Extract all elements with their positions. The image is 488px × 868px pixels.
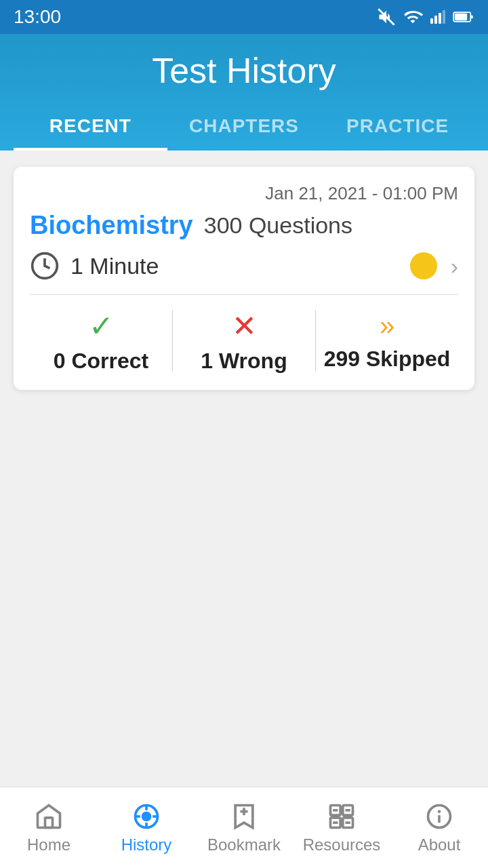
skip-icon: » [380, 311, 394, 341]
mute-icon [377, 7, 396, 26]
nav-resources[interactable]: Resources [293, 802, 390, 854]
svg-rect-1 [430, 18, 433, 24]
signal-icon [430, 7, 446, 26]
tab-practice[interactable]: PRACTICE [321, 104, 474, 151]
card-divider [30, 294, 458, 295]
card-subject: Biochemistry 300 Questions [30, 211, 458, 240]
svg-rect-7 [470, 16, 472, 19]
clock-icon [30, 251, 60, 281]
page-title: Test History [152, 50, 336, 91]
tab-chapters[interactable]: CHAPTERS [167, 104, 321, 151]
svg-rect-4 [443, 10, 445, 24]
status-dot [410, 252, 437, 279]
svg-rect-6 [455, 14, 467, 20]
svg-rect-9 [45, 817, 53, 827]
content-area: Jan 21, 2021 - 01:00 PM Biochemistry 300… [0, 151, 488, 787]
correct-label: 0 Correct [54, 349, 149, 374]
status-time: 13:00 [14, 6, 61, 28]
history-card[interactable]: Jan 21, 2021 - 01:00 PM Biochemistry 300… [14, 167, 474, 390]
svg-rect-3 [439, 13, 441, 24]
cross-icon: ✕ [232, 309, 257, 343]
tab-bar: RECENT CHAPTERS PRACTICE [14, 104, 474, 151]
nav-history-label: History [121, 835, 172, 854]
svg-point-28 [439, 810, 440, 812]
nav-home[interactable]: Home [0, 802, 98, 854]
nav-home-label: Home [27, 835, 70, 854]
nav-bookmark[interactable]: Bookmark [195, 802, 293, 854]
stat-correct: ✓ 0 Correct [30, 309, 172, 374]
nav-about[interactable]: About [390, 802, 488, 854]
chevron-right-icon: › [451, 253, 458, 279]
nav-resources-label: Resources [303, 835, 381, 854]
bookmark-icon [229, 802, 259, 831]
card-time-row: 1 Minute › [30, 251, 458, 281]
status-icons [377, 7, 474, 26]
nav-bookmark-label: Bookmark [207, 835, 281, 854]
card-right: › [410, 252, 458, 279]
stat-skipped: » 299 Skipped [316, 311, 458, 372]
wifi-icon [403, 7, 423, 26]
status-bar: 13:00 [0, 0, 488, 34]
tab-recent[interactable]: RECENT [14, 104, 167, 151]
stat-wrong: ✕ 1 Wrong [173, 309, 315, 374]
about-icon [424, 802, 454, 831]
history-icon [131, 802, 161, 831]
home-icon [34, 802, 64, 831]
card-time: 1 Minute [30, 251, 159, 281]
stats-row: ✓ 0 Correct ✕ 1 Wrong » 299 Skipped [30, 309, 458, 374]
checkmark-icon: ✓ [89, 309, 114, 343]
skipped-label: 299 Skipped [324, 347, 451, 372]
bottom-nav: Home History Bookmark [0, 787, 488, 868]
card-date: Jan 21, 2021 - 01:00 PM [30, 183, 458, 204]
header: Test History RECENT CHAPTERS PRACTICE [0, 34, 488, 151]
subject-name: Biochemistry [30, 211, 193, 240]
svg-point-11 [143, 812, 150, 820]
nav-about-label: About [418, 835, 461, 854]
wrong-label: 1 Wrong [201, 349, 287, 374]
resources-icon [327, 802, 357, 831]
subject-questions: 300 Questions [204, 212, 352, 239]
nav-history[interactable]: History [98, 802, 195, 854]
svg-rect-2 [434, 16, 437, 24]
battery-icon [453, 7, 474, 26]
